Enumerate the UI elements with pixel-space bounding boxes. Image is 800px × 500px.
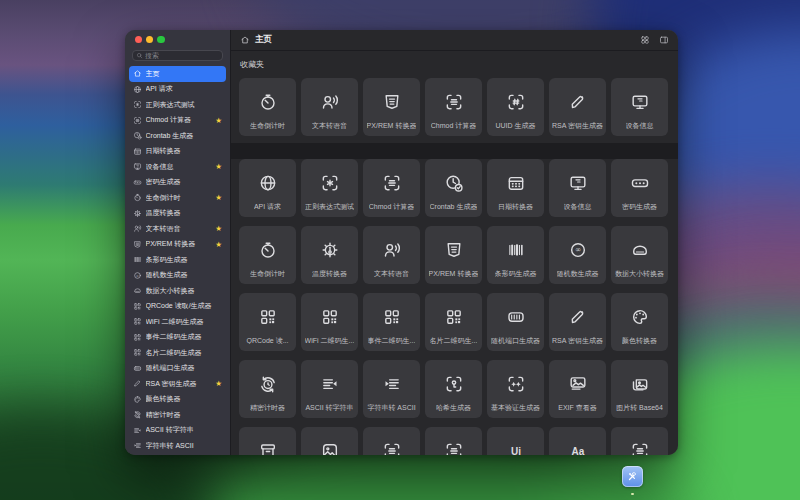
tool-tile[interactable]: Chmod 计算器 (425, 78, 482, 136)
qrcode-icon (382, 293, 402, 336)
tool-tile[interactable]: 基本验证生成器 (487, 360, 544, 418)
tool-tile-label: 正则表达式测试 (305, 202, 354, 210)
sidebar-item[interactable]: Chmod 计算器★ (129, 113, 226, 129)
sidebar-item[interactable]: 设备信息★ (129, 159, 226, 175)
sidebar-list: 主页API 请求正则表达式测试Chmod 计算器★Crontab 生成器日期转换… (125, 64, 230, 455)
favorites-label: 收藏夹 (240, 59, 670, 70)
tool-tile[interactable]: 日期转换器 (487, 159, 544, 217)
sidebar-item[interactable]: 数据大小转换器 (129, 283, 226, 299)
tool-tile[interactable]: 数据大小转换器 (611, 226, 668, 284)
tool-tile[interactable] (425, 427, 482, 455)
sidebar-item[interactable]: 生命倒计时★ (129, 190, 226, 206)
tool-tile[interactable]: 设备信息 (611, 78, 668, 136)
tool-tile[interactable]: Aa (549, 427, 606, 455)
sidebar-item[interactable]: 文本转语音★ (129, 221, 226, 237)
tool-tile[interactable]: ASCII 转字符串 (301, 360, 358, 418)
tool-tile[interactable]: 名片二维码生... (425, 293, 482, 351)
tool-tile[interactable]: 设备信息 (549, 159, 606, 217)
tool-tile[interactable]: 文本转语音 (301, 78, 358, 136)
grid-apps-icon[interactable] (640, 35, 650, 45)
tool-tile[interactable]: 事件二维码生... (363, 293, 420, 351)
tool-tile[interactable]: 哈希生成器 (425, 360, 482, 418)
tool-tile[interactable]: API 请求 (239, 159, 296, 217)
sidebar-item[interactable]: 字符串转 ASCII (129, 438, 226, 454)
zoom-button[interactable] (157, 36, 164, 43)
tool-tile[interactable]: 文本转语音 (363, 226, 420, 284)
sidebar-item[interactable]: QRCode 读取/生成器 (129, 299, 226, 315)
tool-tile-label: 哈希生成器 (436, 403, 471, 411)
images-icon (630, 360, 650, 403)
thermo-gear-icon (320, 226, 340, 269)
sidebar-item[interactable]: RSA 密钥生成器★ (129, 376, 226, 392)
tool-tile-label: Chmod 计算器 (369, 202, 415, 210)
sidebar-item[interactable]: 事件二维码生成器 (129, 330, 226, 346)
sidebar-item[interactable]: 随机端口生成器 (129, 361, 226, 377)
tool-tile[interactable]: 图片转 Base64 (611, 360, 668, 418)
tool-tile-label: UUID 生成器 (495, 121, 535, 129)
sidebar-item[interactable]: ∞随机数生成器 (129, 268, 226, 284)
tool-tile[interactable]: 生命倒计时 (239, 78, 296, 136)
text-aa-icon: Aa (568, 427, 588, 455)
close-button[interactable] (135, 36, 142, 43)
search-input[interactable] (145, 52, 219, 59)
tool-tile[interactable]: RSA 密钥生成器 (549, 293, 606, 351)
sidebar-item[interactable]: Crontab 生成器 (129, 128, 226, 144)
timer-sync-icon (258, 360, 278, 403)
scan-star-icon (133, 100, 142, 109)
qrcode-icon (444, 293, 464, 336)
tool-tile[interactable]: 温度转换器 (301, 226, 358, 284)
dock-app-icon[interactable] (622, 466, 643, 487)
sidebar-item[interactable]: API 请求 (129, 82, 226, 98)
sidebar-item[interactable]: 温度转换器 (129, 206, 226, 222)
tool-tile[interactable]: ∞随机数生成器 (549, 226, 606, 284)
tool-tile[interactable]: WiFi 二维码生... (301, 293, 358, 351)
scan-lines-icon (444, 427, 464, 455)
tool-tile[interactable]: 生命倒计时 (239, 226, 296, 284)
tool-tile[interactable]: Ui (487, 427, 544, 455)
sidebar-item[interactable]: 精密计时器 (129, 407, 226, 423)
tool-tile[interactable]: PX/REM 转换器 (425, 226, 482, 284)
tool-tile[interactable]: 随机端口生成器 (487, 293, 544, 351)
sidebar-item[interactable]: PX/REM 转换器★ (129, 237, 226, 253)
sidebar-item[interactable]: WiFi 二维码生成器 (129, 314, 226, 330)
sidebar-item-label: RSA 密钥生成器 (146, 379, 212, 389)
tool-tile[interactable]: PX/REM 转换器 (363, 78, 420, 136)
tool-tile[interactable]: 字符串转 ASCII (363, 360, 420, 418)
sidebar-item-label: 随机数生成器 (146, 270, 223, 280)
tool-tile[interactable]: 颜色转换器 (611, 293, 668, 351)
tool-tile[interactable]: 密码生成器 (611, 159, 668, 217)
globe-icon (258, 159, 278, 202)
tool-tile[interactable]: EXIF 查看器 (549, 360, 606, 418)
tool-tile-label: 名片二维码生... (430, 336, 478, 344)
tool-tile[interactable]: 条形码生成器 (487, 226, 544, 284)
tool-tile[interactable]: Chmod 计算器 (363, 159, 420, 217)
tool-tile-label: 文本转语音 (374, 269, 409, 277)
sidebar-item[interactable]: ASCII 转字符串 (129, 423, 226, 439)
scan-lines-icon (133, 116, 142, 125)
sidebar-item[interactable]: 密码生成器 (129, 175, 226, 191)
sidebar-item[interactable]: 颜色转换器 (129, 392, 226, 408)
tool-tile[interactable] (363, 427, 420, 455)
tool-tile[interactable]: 精密计时器 (239, 360, 296, 418)
qrcode-icon (133, 333, 142, 342)
sidebar-item[interactable]: 主页 (129, 66, 226, 82)
sidebar-item[interactable]: 条形码生成器 (129, 252, 226, 268)
tool-tile[interactable]: UUID 生成器 (487, 78, 544, 136)
search-field[interactable] (132, 50, 223, 61)
tool-tile-label: 随机数生成器 (557, 269, 599, 277)
tool-tile[interactable]: Crontab 生成器 (425, 159, 482, 217)
tool-tile[interactable]: RSA 密钥生成器 (549, 78, 606, 136)
favorites-section: 收藏夹 生命倒计时文本转语音PX/REM 转换器Chmod 计算器UUID 生成… (231, 51, 678, 143)
sidebar-item[interactable]: 正则表达式测试 (129, 97, 226, 113)
tool-tile[interactable] (301, 427, 358, 455)
tool-tile[interactable]: QRCode 读... (239, 293, 296, 351)
sidebar-item[interactable]: 日期转换器 (129, 144, 226, 160)
tool-tile[interactable] (611, 427, 668, 455)
sidebar-item-label: 温度转换器 (146, 208, 223, 218)
minimize-button[interactable] (146, 36, 153, 43)
tool-tile[interactable] (239, 427, 296, 455)
sidebar-item[interactable]: 名片二维码生成器 (129, 345, 226, 361)
tool-tile[interactable]: 正则表达式测试 (301, 159, 358, 217)
sidebar-item-label: ASCII 转字符串 (146, 425, 223, 435)
sidebar-toggle-icon[interactable] (659, 35, 669, 45)
